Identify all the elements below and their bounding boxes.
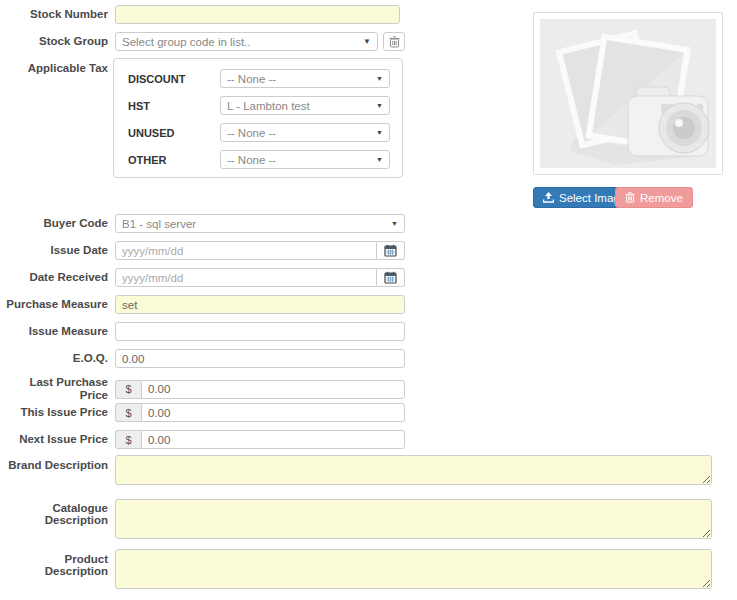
chevron-down-icon: ▼: [376, 129, 383, 136]
date-received-label: Date Received: [0, 271, 108, 284]
next-issue-price-row: Next Issue Price $: [0, 430, 405, 449]
stock-number-input[interactable]: [115, 5, 400, 24]
buyer-code-row: Buyer Code B1 - sql server ▼: [0, 214, 405, 233]
date-received-row: Date Received: [0, 268, 405, 287]
tax-hst-select[interactable]: L - Lambton test ▼: [220, 96, 390, 115]
tax-selected-value: -- None --: [227, 127, 276, 139]
buyer-code-select[interactable]: B1 - sql server ▼: [115, 214, 405, 233]
calendar-icon: [384, 244, 397, 257]
tax-discount-select[interactable]: -- None -- ▼: [220, 69, 390, 88]
stock-group-delete-button[interactable]: [383, 32, 405, 51]
issue-date-label: Issue Date: [0, 244, 108, 257]
issue-date-calendar-button[interactable]: [377, 241, 405, 260]
issue-date-input[interactable]: [115, 241, 377, 260]
stock-number-row: Stock Number: [0, 5, 400, 24]
purchase-measure-label: Purchase Measure: [0, 298, 108, 311]
currency-prefix: $: [115, 430, 141, 449]
stock-group-label: Stock Group: [0, 35, 108, 48]
product-image-thumbnail: [533, 12, 723, 175]
brand-description-label: Brand Description: [0, 459, 108, 471]
eoq-label: E.O.Q.: [0, 352, 108, 365]
chevron-down-icon: ▼: [376, 75, 383, 82]
buyer-code-label: Buyer Code: [0, 217, 108, 230]
issue-date-row: Issue Date: [0, 241, 405, 260]
this-issue-price-row: This Issue Price $: [0, 403, 405, 422]
issue-measure-label: Issue Measure: [0, 325, 108, 338]
camera-photos-illustration-icon: [540, 19, 716, 168]
catalogue-description-textarea[interactable]: [115, 499, 712, 539]
issue-measure-row: Issue Measure: [0, 322, 405, 341]
currency-prefix: $: [115, 403, 141, 422]
brand-description-textarea[interactable]: [115, 455, 712, 485]
tax-unused-select[interactable]: -- None -- ▼: [220, 123, 390, 142]
buyer-code-selected-value: B1 - sql server: [122, 218, 196, 230]
stock-group-selected-value: Select group code in list..: [122, 36, 251, 48]
currency-prefix: $: [115, 380, 141, 399]
this-issue-price-input[interactable]: [141, 403, 405, 422]
tax-name: OTHER: [128, 154, 220, 166]
purchase-measure-input[interactable]: [115, 295, 405, 314]
tax-other-select[interactable]: -- None -- ▼: [220, 150, 390, 169]
last-purchase-price-input[interactable]: [141, 380, 405, 399]
chevron-down-icon: ▼: [391, 220, 398, 227]
tax-row-unused: UNUSED -- None -- ▼: [128, 123, 390, 142]
stock-item-form: Stock Number Stock Group Select group co…: [0, 0, 737, 600]
chevron-down-icon: ▼: [363, 38, 371, 46]
product-description-textarea[interactable]: [115, 549, 712, 589]
issue-measure-input[interactable]: [115, 322, 405, 341]
image-placeholder: [540, 19, 716, 168]
tax-row-other: OTHER -- None -- ▼: [128, 150, 390, 169]
calendar-icon: [384, 271, 397, 284]
applicable-tax-label: Applicable Tax: [0, 62, 108, 74]
next-issue-price-label: Next Issue Price: [0, 433, 108, 446]
this-issue-price-label: This Issue Price: [0, 406, 108, 419]
chevron-down-icon: ▼: [376, 156, 383, 163]
trash-icon: [625, 192, 635, 203]
chevron-down-icon: ▼: [376, 102, 383, 109]
next-issue-price-input[interactable]: [141, 430, 405, 449]
purchase-measure-row: Purchase Measure: [0, 295, 405, 314]
applicable-tax-panel: DISCOUNT -- None -- ▼ HST L - Lambton te…: [113, 58, 403, 178]
eoq-input[interactable]: [115, 349, 405, 368]
stock-group-select[interactable]: Select group code in list.. ▼: [115, 32, 378, 51]
last-purchase-price-row: Last Purchase Price $: [0, 376, 405, 402]
eoq-row: E.O.Q.: [0, 349, 405, 368]
date-received-calendar-button[interactable]: [377, 268, 405, 287]
tax-selected-value: L - Lambton test: [227, 100, 310, 112]
tax-row-discount: DISCOUNT -- None -- ▼: [128, 69, 390, 88]
remove-image-button[interactable]: Remove: [615, 187, 693, 208]
upload-icon: [543, 192, 554, 203]
tax-name: UNUSED: [128, 127, 220, 139]
tax-name: DISCOUNT: [128, 73, 220, 85]
tax-selected-value: -- None --: [227, 73, 276, 85]
last-purchase-price-label: Last Purchase Price: [0, 376, 108, 402]
product-description-label: Product Description: [0, 553, 108, 577]
date-received-input[interactable]: [115, 268, 377, 287]
tax-row-hst: HST L - Lambton test ▼: [128, 96, 390, 115]
stock-group-row: Stock Group Select group code in list.. …: [0, 32, 405, 51]
tax-selected-value: -- None --: [227, 154, 276, 166]
remove-button-label: Remove: [640, 192, 683, 204]
tax-name: HST: [128, 100, 220, 112]
stock-number-label: Stock Number: [0, 8, 108, 21]
trash-icon: [389, 36, 400, 48]
catalogue-description-label: Catalogue Description: [0, 502, 108, 526]
